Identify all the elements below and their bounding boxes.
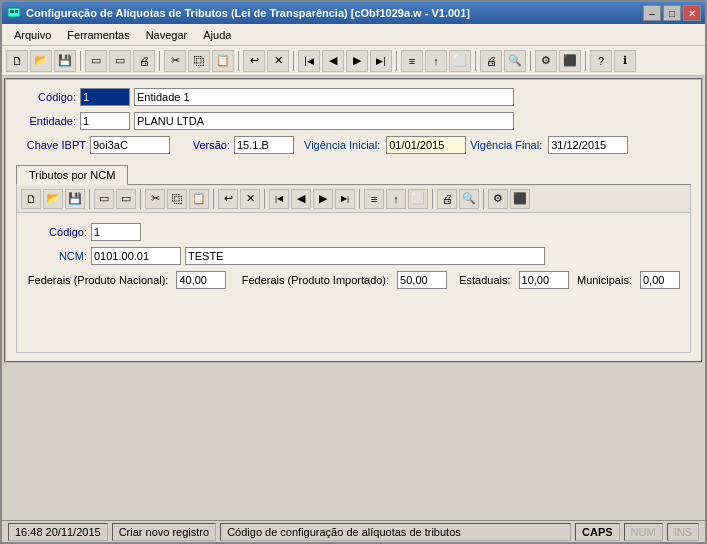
inner-codigo-label: Código:: [27, 226, 87, 238]
inner-sep5: [359, 189, 360, 209]
entidade-name-input[interactable]: [134, 112, 514, 130]
inner-toolbar: 🗋 📂 💾 ▭ ▭ ✂ ⿻ 📋 ↩ ✕ |◀ ◀ ▶ ▶| ≡: [16, 185, 691, 213]
vigencia-final-label: Vigência Final:: [470, 139, 542, 151]
inner-toolbar-last[interactable]: ▶|: [335, 189, 355, 209]
toolbar-extra[interactable]: ⬛: [559, 50, 581, 72]
estaduais-label: Estaduais:: [453, 274, 510, 286]
toolbar-help[interactable]: ?: [590, 50, 612, 72]
inner-toolbar-undo[interactable]: ↩: [218, 189, 238, 209]
inner-toolbar-open[interactable]: 📂: [43, 189, 63, 209]
inner-toolbar-new[interactable]: 🗋: [21, 189, 41, 209]
toolbar-save[interactable]: 💾: [54, 50, 76, 72]
sep6: [475, 51, 476, 71]
inner-toolbar-extra[interactable]: ⬛: [510, 189, 530, 209]
federais-importado-input[interactable]: [397, 271, 447, 289]
inner-toolbar-settings[interactable]: ⚙: [488, 189, 508, 209]
ins-badge: INS: [667, 523, 699, 541]
toolbar-print[interactable]: 🖨: [133, 50, 155, 72]
inner-toolbar-search[interactable]: 🔍: [459, 189, 479, 209]
tax-values-row: Federais (Produto Nacional): Federais (P…: [27, 271, 680, 289]
inner-toolbar-cut[interactable]: ✂: [145, 189, 165, 209]
toolbar-undo[interactable]: ↩: [243, 50, 265, 72]
toolbar-prev[interactable]: ◀: [322, 50, 344, 72]
toolbar-last[interactable]: ▶|: [370, 50, 392, 72]
vigencia-inicial-input[interactable]: [386, 136, 466, 154]
inner-toolbar-first[interactable]: |◀: [269, 189, 289, 209]
sep1: [80, 51, 81, 71]
menu-bar: Arquivo Ferramentas Navegar Ajuda: [2, 24, 705, 46]
inner-toolbar-sort2[interactable]: ⬜: [408, 189, 428, 209]
inner-content: Código: NCM: Federais (Produto Nacional)…: [16, 213, 691, 353]
menu-ajuda[interactable]: Ajuda: [195, 27, 239, 43]
inner-toolbar-box1[interactable]: ▭: [94, 189, 114, 209]
sep5: [396, 51, 397, 71]
inner-sep7: [483, 189, 484, 209]
inner-toolbar-box2[interactable]: ▭: [116, 189, 136, 209]
inner-toolbar-print[interactable]: 🖨: [437, 189, 457, 209]
status-time: 16:48 20/11/2015: [8, 523, 108, 541]
inner-toolbar-sort1[interactable]: ↑: [386, 189, 406, 209]
menu-arquivo[interactable]: Arquivo: [6, 27, 59, 43]
toolbar-info[interactable]: ℹ: [614, 50, 636, 72]
toolbar-sort1[interactable]: ↑: [425, 50, 447, 72]
chave-ibpt-label: Chave IBPT: [16, 139, 86, 151]
federais-nacional-input[interactable]: [176, 271, 226, 289]
toolbar-first[interactable]: |◀: [298, 50, 320, 72]
minimize-button[interactable]: –: [643, 5, 661, 21]
ncm-desc-input[interactable]: [185, 247, 545, 265]
sep3: [238, 51, 239, 71]
sep7: [530, 51, 531, 71]
toolbar-copy[interactable]: ⿻: [188, 50, 210, 72]
entidade-input[interactable]: [80, 112, 130, 130]
maximize-button[interactable]: □: [663, 5, 681, 21]
toolbar-print2[interactable]: 🖨: [480, 50, 502, 72]
toolbar-sort2[interactable]: ⬜: [449, 50, 471, 72]
toolbar-filter[interactable]: ≡: [401, 50, 423, 72]
menu-ferramentas[interactable]: Ferramentas: [59, 27, 137, 43]
inner-toolbar-prev[interactable]: ◀: [291, 189, 311, 209]
inner-toolbar-next[interactable]: ▶: [313, 189, 333, 209]
codigo-desc-input[interactable]: [134, 88, 514, 106]
inner-toolbar-paste[interactable]: 📋: [189, 189, 209, 209]
chave-ibpt-row: Chave IBPT Versão: Vigência Inicial: Vig…: [16, 136, 691, 154]
inner-toolbar-filter[interactable]: ≡: [364, 189, 384, 209]
inner-toolbar-save[interactable]: 💾: [65, 189, 85, 209]
tab-tributos-por-ncm[interactable]: Tributos por NCM: [16, 165, 128, 185]
codigo-input[interactable]: [80, 88, 130, 106]
svg-rect-1: [10, 10, 14, 13]
status-hint: Código de configuração de alíquotas de t…: [220, 523, 571, 541]
chave-ibpt-input[interactable]: [90, 136, 170, 154]
federais-nacional-label: Federais (Produto Nacional):: [27, 274, 168, 286]
codigo-label: Código:: [16, 91, 76, 103]
message-text: Criar novo registro: [119, 526, 209, 538]
toolbar-paste[interactable]: 📋: [212, 50, 234, 72]
toolbar-new[interactable]: 🗋: [6, 50, 28, 72]
sep8: [585, 51, 586, 71]
inner-toolbar-copy[interactable]: ⿻: [167, 189, 187, 209]
inner-toolbar-cancel[interactable]: ✕: [240, 189, 260, 209]
main-toolbar: 🗋 📂 💾 ▭ ▭ 🖨 ✂ ⿻ 📋 ↩ ✕ |◀ ◀ ▶ ▶| ≡ ↑ ⬜ 🖨 …: [2, 46, 705, 76]
ncm-input[interactable]: [91, 247, 181, 265]
toolbar-box2[interactable]: ▭: [109, 50, 131, 72]
estaduais-input[interactable]: [519, 271, 569, 289]
toolbar-search[interactable]: 🔍: [504, 50, 526, 72]
toolbar-open[interactable]: 📂: [30, 50, 52, 72]
municipais-input[interactable]: [640, 271, 680, 289]
toolbar-settings[interactable]: ⚙: [535, 50, 557, 72]
title-bar: Configuração de Alíquotas de Tributos (L…: [2, 2, 705, 24]
toolbar-next[interactable]: ▶: [346, 50, 368, 72]
tab-strip: Tributos por NCM: [16, 164, 691, 185]
inner-codigo-input[interactable]: [91, 223, 141, 241]
status-message: Criar novo registro: [112, 523, 216, 541]
close-button[interactable]: ✕: [683, 5, 701, 21]
menu-navegar[interactable]: Navegar: [138, 27, 196, 43]
toolbar-cut[interactable]: ✂: [164, 50, 186, 72]
versao-input[interactable]: [234, 136, 294, 154]
toolbar-box1[interactable]: ▭: [85, 50, 107, 72]
vigencia-final-input[interactable]: [548, 136, 628, 154]
toolbar-cancel[interactable]: ✕: [267, 50, 289, 72]
num-badge: NUM: [624, 523, 663, 541]
vigencia-inicial-label: Vigência Inicial:: [304, 139, 380, 151]
sep2: [159, 51, 160, 71]
app-icon: [6, 5, 22, 21]
